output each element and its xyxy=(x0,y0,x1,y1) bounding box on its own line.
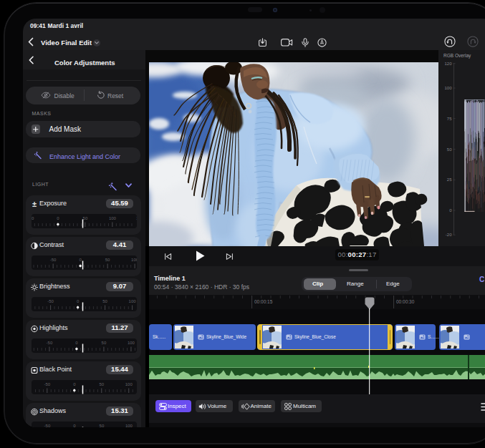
svg-text:-50: -50 xyxy=(32,216,34,220)
svg-text:±: ± xyxy=(32,200,37,208)
svg-text:0: 0 xyxy=(73,424,76,427)
svg-text:-50: -50 xyxy=(50,258,57,262)
svg-text:50: 50 xyxy=(105,258,110,262)
svg-text:25: 25 xyxy=(447,177,452,182)
svg-text:50: 50 xyxy=(102,341,107,345)
svg-text:0: 0 xyxy=(77,299,80,303)
svg-text:50: 50 xyxy=(83,216,88,220)
svg-text:0: 0 xyxy=(449,208,452,213)
svg-text:0: 0 xyxy=(79,258,82,262)
svg-text:-50: -50 xyxy=(44,424,51,427)
svg-text:100: 100 xyxy=(131,258,136,262)
svg-text:120: 120 xyxy=(444,62,452,66)
svg-text:150: 150 xyxy=(136,216,137,220)
svg-text:50: 50 xyxy=(102,299,107,303)
svg-text:-50: -50 xyxy=(47,341,53,345)
svg-text:0: 0 xyxy=(57,216,59,220)
svg-text:100: 100 xyxy=(444,86,452,90)
svg-text:50: 50 xyxy=(447,147,452,152)
svg-text:50: 50 xyxy=(100,424,105,427)
svg-text:50: 50 xyxy=(99,382,104,386)
svg-text:00:00:15: 00:00:15 xyxy=(254,299,273,304)
svg-text:100: 100 xyxy=(109,216,117,220)
svg-text:-20: -20 xyxy=(446,233,452,237)
svg-text:-50: -50 xyxy=(44,382,50,386)
svg-text:100: 100 xyxy=(125,382,133,386)
svg-text:100: 100 xyxy=(128,341,135,345)
svg-text:0: 0 xyxy=(75,341,78,345)
svg-text:0: 0 xyxy=(73,382,76,386)
svg-text:-50: -50 xyxy=(47,299,54,303)
svg-text:100: 100 xyxy=(129,299,137,303)
svg-text:100: 100 xyxy=(125,424,133,427)
svg-text:75: 75 xyxy=(447,117,452,121)
svg-text:00:00:30: 00:00:30 xyxy=(396,299,415,304)
